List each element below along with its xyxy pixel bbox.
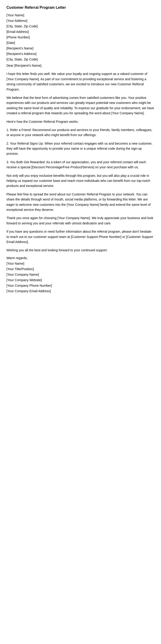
paragraph-2: We believe that the best form of adverti… bbox=[6, 95, 154, 116]
closing-company: [Your Company Name] bbox=[6, 273, 154, 276]
closing-warm-regards: Warm regards, bbox=[6, 256, 154, 260]
sender-phone: [Phone Number] bbox=[6, 36, 154, 39]
sender-address: [Your Address] bbox=[6, 19, 154, 22]
sender-date: [Date] bbox=[6, 41, 154, 44]
closing-name: [Your Name] bbox=[6, 262, 154, 265]
salutation: Dear [Recipient's Name], bbox=[6, 63, 154, 68]
recipient-city-state-zip: [City, State, Zip Code] bbox=[6, 58, 154, 61]
closing-title: [Your Title/Position] bbox=[6, 267, 154, 271]
paragraph-5: Please feel free to spread the word abou… bbox=[6, 192, 154, 212]
recipient-address: [Recipient's Address] bbox=[6, 52, 154, 56]
numbered-item-1: 1. Refer a Friend: Recommend our product… bbox=[6, 127, 154, 138]
numbered-item-2: 2. Your Referral Signs Up: When your ref… bbox=[6, 141, 154, 156]
paragraph-6: Thank you once again for choosing [Your … bbox=[6, 216, 154, 226]
document-container: Customer Referral Program Letter [Your N… bbox=[0, 0, 161, 300]
paragraph-1: I hope this letter finds you well. We va… bbox=[6, 71, 154, 92]
paragraph-7: If you have any questions or need furthe… bbox=[6, 229, 154, 244]
numbered-item-3: 3. You Both Get Rewarded: As a token of … bbox=[6, 160, 154, 170]
sender-email: [Email Address] bbox=[6, 30, 154, 34]
signature-block: Warm regards, [Your Name] [Your Title/Po… bbox=[6, 256, 154, 293]
closing-email: [Your Company Email Address] bbox=[6, 289, 154, 293]
paragraph-3-heading: Here's how the Customer Referral Program… bbox=[6, 119, 154, 124]
sender-city-state-zip: [City, State, Zip Code] bbox=[6, 24, 154, 28]
document-title: Customer Referral Program Letter bbox=[6, 6, 154, 10]
closing-phone: [Your Company Phone Number] bbox=[6, 284, 154, 288]
recipient-name: [Recipient's Name] bbox=[6, 46, 154, 50]
closing-website: [Your Company Website] bbox=[6, 278, 154, 282]
paragraph-8-closing: Wishing you all the best and looking for… bbox=[6, 248, 154, 253]
paragraph-4: Not only will you enjoy exclusive benefi… bbox=[6, 173, 154, 188]
sender-name: [Your Name] bbox=[6, 13, 154, 17]
